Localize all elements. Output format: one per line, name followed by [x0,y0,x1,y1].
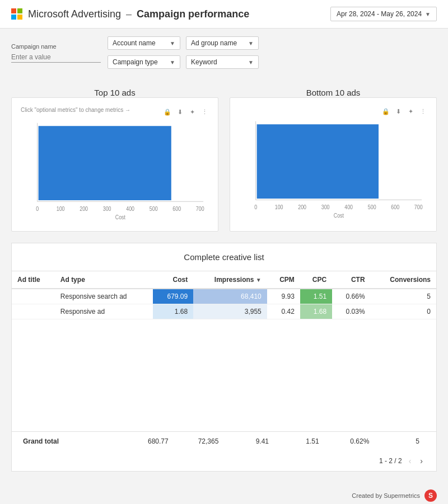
table-spacer [12,319,436,431]
bottom10-more-icon[interactable]: ⋮ [418,107,427,116]
campaign-name-filter: Campaign name [11,43,101,63]
account-name-dropdown[interactable]: Account name ▼ [108,36,180,50]
row2-cpc: 1.68 [300,304,332,319]
top10-more-icon[interactable]: ⋮ [200,108,209,117]
filters-bar: Campaign name Account name ▼ Ad group na… [0,29,448,77]
svg-text:0: 0 [254,204,257,211]
col-header-cost: Cost [153,271,193,289]
page-name: Campaign performance [137,8,249,20]
top10-download-icon[interactable]: ⬇ [175,108,184,117]
keyword-dropdown[interactable]: Keyword ▼ [186,55,259,69]
charts-row: Click "optional metrics" to change metri… [11,97,437,232]
top10-title: Top 10 ads [11,88,218,97]
svg-text:100: 100 [275,204,283,211]
svg-text:200: 200 [80,206,88,213]
logo-cell-blue [11,15,16,20]
svg-rect-13 [257,124,379,199]
logo-cell-red [11,8,16,13]
header-title: Microsoft Advertising – Campaign perform… [28,8,249,20]
table-title: Complete creative list [12,243,436,271]
date-range-text: Apr 28, 2024 - May 26, 2024 [337,10,422,18]
row1-cost: 679.09 [153,289,193,304]
row1-cpm: 9.93 [267,289,300,304]
svg-text:200: 200 [298,204,306,211]
pagination-row: 1 - 2 / 2 ‹ › [12,451,436,471]
top10-lock-icon[interactable]: 🔒 [163,108,172,117]
bottom10-chart-icons: 🔒 ⬇ ✦ ⋮ [381,107,427,116]
col-header-cpc: CPC [300,271,332,289]
row1-ad-title [12,289,55,304]
grand-total-cost: 680.77 [124,437,174,445]
supermetrics-icon: S [424,489,437,502]
svg-rect-1 [39,126,171,200]
campaign-type-arrow-icon: ▼ [170,59,175,65]
col-header-impressions[interactable]: Impressions ▼ [193,271,267,289]
row2-cost: 1.68 [153,304,193,319]
account-name-label: Account name [113,39,156,47]
pagination-prev-button[interactable]: ‹ [407,455,414,467]
bottom10-download-icon[interactable]: ⬇ [394,107,403,116]
charts-title-row: Top 10 ads Bottom 10 ads [11,88,437,97]
top10-chart-note: Click "optional metrics" to change metri… [21,107,130,113]
bottom10-chart-svg: 0 100 200 300 400 500 600 700 Cost [239,118,427,219]
svg-text:500: 500 [150,206,158,213]
svg-text:600: 600 [172,206,181,213]
table-row: Responsive ad 1.68 3,955 0.42 1.68 0.03%… [12,304,436,319]
svg-text:500: 500 [368,204,376,211]
logo-cell-green [17,8,22,13]
grand-total-cpc: 1.51 [274,437,325,445]
table-row: Responsive search ad 679.09 68,410 9.93 … [12,289,436,304]
col-header-conversions: Conversions [371,271,436,289]
top10-chart-svg: 0 100 200 300 400 500 600 700 Cost [21,120,209,220]
app-name: Microsoft Advertising [28,8,121,20]
row1-cpc: 1.51 [300,289,332,304]
svg-text:700: 700 [196,206,204,213]
filter-row-1: Account name ▼ Ad group name ▼ [108,36,259,50]
row2-impressions: 3,955 [193,304,267,319]
top10-chart: Click "optional metrics" to change metri… [11,97,218,232]
bottom10-title: Bottom 10 ads [230,88,437,97]
pagination-next-button[interactable]: › [418,455,425,467]
creative-table: Ad title Ad type Cost Impressions ▼ CPM … [12,271,436,319]
date-picker-arrow-icon: ▼ [425,11,431,17]
header-left: Microsoft Advertising – Campaign perform… [11,8,249,20]
row2-cpm: 0.42 [267,304,300,319]
svg-text:700: 700 [414,204,423,211]
grand-total-ctr: 0.62% [325,437,375,445]
main-content: Top 10 ads Bottom 10 ads Click "optional… [0,77,448,483]
supermetrics-footer: Created by Supermetrics S [0,483,448,504]
col-header-cpm: CPM [267,271,300,289]
header: Microsoft Advertising – Campaign perform… [0,0,448,29]
date-picker[interactable]: Apr 28, 2024 - May 26, 2024 ▼ [330,7,437,21]
svg-text:0: 0 [36,206,39,213]
account-name-arrow-icon: ▼ [170,40,175,46]
top10-star-icon[interactable]: ✦ [188,108,197,117]
keyword-arrow-icon: ▼ [248,59,254,65]
ad-group-name-label: Ad group name [191,39,237,47]
col-header-ctr: CTR [332,271,370,289]
supermetrics-text: Created by Supermetrics [352,492,420,499]
row1-impressions: 68,410 [193,289,267,304]
bottom10-lock-icon[interactable]: 🔒 [381,107,390,116]
campaign-type-dropdown[interactable]: Campaign type ▼ [108,55,180,69]
bottom10-star-icon[interactable]: ✦ [406,107,415,116]
svg-text:100: 100 [57,206,65,213]
svg-text:Cost: Cost [115,214,126,220]
microsoft-logo [11,8,22,20]
row2-ad-title [12,304,55,319]
row1-ad-type: Responsive search ad [55,289,153,304]
row1-conversions: 5 [371,289,436,304]
grand-total-row: Grand total 680.77 72,365 9.41 1.51 0.62… [12,431,436,451]
bottom10-chart: 🔒 ⬇ ✦ ⋮ 0 100 200 300 400 500 [230,97,437,232]
impressions-sort-icon: ▼ [256,277,262,283]
ad-group-name-dropdown[interactable]: Ad group name ▼ [186,36,259,50]
grand-total-label: Grand total [23,437,124,445]
table-header-row: Ad title Ad type Cost Impressions ▼ CPM … [12,271,436,289]
row2-ad-type: Responsive ad [55,304,153,319]
logo-cell-yellow [17,15,22,20]
svg-text:300: 300 [321,204,330,211]
campaign-name-input[interactable] [11,52,101,63]
filter-row-2: Campaign type ▼ Keyword ▼ [108,55,259,69]
grand-total-cpm: 9.41 [224,437,274,445]
keyword-label: Keyword [191,58,217,66]
